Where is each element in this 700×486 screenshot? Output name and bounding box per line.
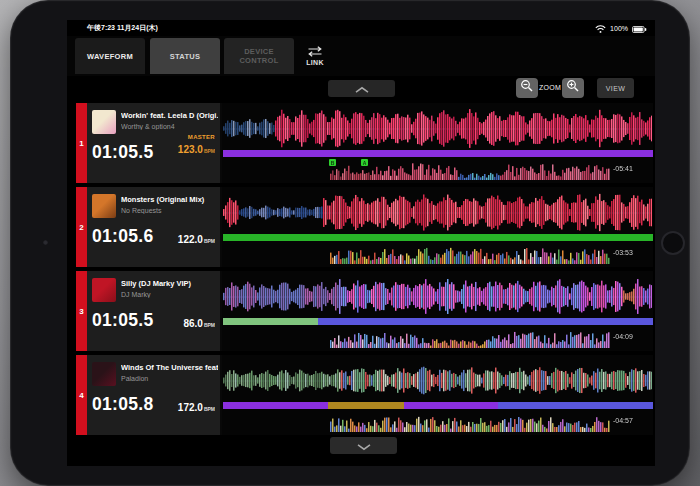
- bpm-value: 86.0: [183, 318, 202, 329]
- wifi-icon: [595, 20, 606, 37]
- tab-status-label: STATUS: [170, 52, 201, 61]
- track-progress-bar[interactable]: [223, 318, 653, 325]
- bpm-value: 123.0: [178, 144, 203, 155]
- track-artist: DJ Marky: [121, 291, 218, 298]
- album-art: [92, 278, 116, 302]
- zoom-out-button[interactable]: [516, 78, 538, 98]
- track-title: Workin' feat. Leela D (Origi...: [121, 111, 218, 120]
- track-progress-bar[interactable]: [223, 150, 653, 157]
- deck-row-2[interactable]: 2 Monsters (Original Mix) No Requests 01…: [76, 187, 653, 267]
- overview-canvas: [330, 329, 610, 348]
- waveform-area: -04:57: [222, 355, 653, 435]
- waveform-area: -03:53: [222, 187, 653, 267]
- tab-waveform[interactable]: WAVEFORM: [75, 38, 145, 74]
- remaining-time: -04:09: [613, 333, 633, 340]
- link-arrows-icon: [307, 46, 323, 58]
- collapse-up-button[interactable]: [328, 80, 395, 97]
- track-progress-bar[interactable]: [223, 234, 653, 241]
- track-overview-waveform[interactable]: B A: [330, 161, 610, 180]
- track-info-panel: Monsters (Original Mix) No Requests 01:0…: [87, 187, 220, 267]
- bpm-value: 172.0: [178, 402, 203, 413]
- expand-down-button[interactable]: [330, 437, 397, 454]
- track-title: Winds Of The Universe feat...: [121, 363, 218, 372]
- track-overview-waveform[interactable]: [330, 413, 610, 432]
- overview-canvas: [330, 413, 610, 432]
- elapsed-time: 01:05.5: [92, 142, 153, 163]
- home-button[interactable]: [661, 231, 685, 255]
- waveform-canvas[interactable]: [223, 360, 652, 401]
- bpm-value: 122.0: [178, 234, 203, 245]
- overview-canvas: [330, 245, 610, 264]
- hot-cue-marker[interactable]: A: [361, 159, 368, 166]
- status-bar: 午後7:23 11月24日(木) 100%: [67, 20, 655, 36]
- chevron-up-icon: [354, 80, 370, 98]
- remaining-time: -03:53: [613, 249, 633, 256]
- clock-date: 午後7:23 11月24日(木): [87, 23, 158, 33]
- deck-number: 2: [79, 223, 83, 232]
- waveform-canvas[interactable]: [223, 192, 652, 233]
- bpm-unit: BPM: [204, 238, 215, 244]
- bpm-display: 86.0BPM: [183, 318, 215, 329]
- deck-number: 3: [79, 307, 83, 316]
- waveform-canvas[interactable]: [223, 108, 652, 149]
- screenshot-stage: 午後7:23 11月24日(木) 100% WAVEFORM ST: [0, 0, 700, 486]
- track-info-panel: Workin' feat. Leela D (Origi... Worthy &…: [87, 103, 220, 183]
- bpm-display: 122.0BPM: [178, 234, 215, 245]
- bpm-display: 172.0BPM: [178, 402, 215, 413]
- view-button-label: VIEW: [606, 85, 626, 92]
- track-info-panel: Silly (DJ Marky VIP) DJ Marky 01:05.5 86…: [87, 271, 220, 351]
- overview-canvas: [330, 161, 610, 180]
- bpm-unit: BPM: [204, 148, 215, 154]
- track-artist: No Requests: [121, 207, 218, 214]
- remaining-time: -04:57: [613, 417, 633, 424]
- master-badge: MASTER: [188, 134, 215, 140]
- battery-percent: 100%: [610, 25, 628, 32]
- deck-number-badge: 1: [76, 103, 87, 183]
- track-title: Monsters (Original Mix): [121, 195, 218, 204]
- ipad-body: 午後7:23 11月24日(木) 100% WAVEFORM ST: [10, 0, 690, 486]
- deck-number: 1: [79, 139, 83, 148]
- app-screen: 午後7:23 11月24日(木) 100% WAVEFORM ST: [67, 20, 655, 466]
- track-progress-bar[interactable]: [223, 402, 653, 409]
- remaining-time: -05:41: [613, 165, 633, 172]
- deck-row-1[interactable]: 1 Workin' feat. Leela D (Origi... Worthy…: [76, 103, 653, 183]
- track-title: Silly (DJ Marky VIP): [121, 279, 218, 288]
- tab-link[interactable]: LINK: [297, 38, 333, 74]
- tab-device-control[interactable]: DEVICE CONTROL: [224, 38, 294, 74]
- battery-icon: [632, 20, 647, 37]
- bpm-unit: BPM: [204, 322, 215, 328]
- track-overview-waveform[interactable]: [330, 329, 610, 348]
- album-art: [92, 362, 116, 386]
- album-art: [92, 194, 116, 218]
- track-artist: Worthy & option4: [121, 123, 218, 130]
- deck-number-badge: 2: [76, 187, 87, 267]
- waveform-area: -04:09: [222, 271, 653, 351]
- waveform-area: B A -05:41: [222, 103, 653, 183]
- waveform-canvas[interactable]: [223, 276, 652, 317]
- album-art: [92, 110, 116, 134]
- elapsed-time: 01:05.8: [92, 394, 153, 415]
- front-camera: [43, 240, 48, 245]
- tab-device-control-label: DEVICE CONTROL: [231, 47, 287, 66]
- deck-number-badge: 3: [76, 271, 87, 351]
- elapsed-time: 01:05.5: [92, 310, 153, 331]
- magnifier-minus-icon: [520, 79, 534, 97]
- view-button[interactable]: VIEW: [597, 78, 634, 98]
- zoom-label: ZOOM: [539, 84, 561, 91]
- tab-waveform-label: WAVEFORM: [87, 52, 133, 61]
- bpm-unit: BPM: [204, 406, 215, 412]
- track-info-panel: Winds Of The Universe feat... Paladion 0…: [87, 355, 220, 435]
- bpm-display: 123.0BPM: [178, 144, 215, 155]
- deck-number-badge: 4: [76, 355, 87, 435]
- tab-status[interactable]: STATUS: [150, 38, 220, 74]
- zoom-in-button[interactable]: [562, 78, 584, 98]
- track-artist: Paladion: [121, 375, 218, 382]
- deck-number: 4: [79, 391, 83, 400]
- chevron-down-icon: [356, 437, 372, 455]
- hot-cue-marker[interactable]: B: [329, 159, 336, 166]
- tab-link-label: LINK: [306, 59, 324, 66]
- track-overview-waveform[interactable]: [330, 245, 610, 264]
- deck-row-4[interactable]: 4 Winds Of The Universe feat... Paladion…: [76, 355, 653, 435]
- deck-row-3[interactable]: 3 Silly (DJ Marky VIP) DJ Marky 01:05.5 …: [76, 271, 653, 351]
- magnifier-plus-icon: [566, 79, 580, 97]
